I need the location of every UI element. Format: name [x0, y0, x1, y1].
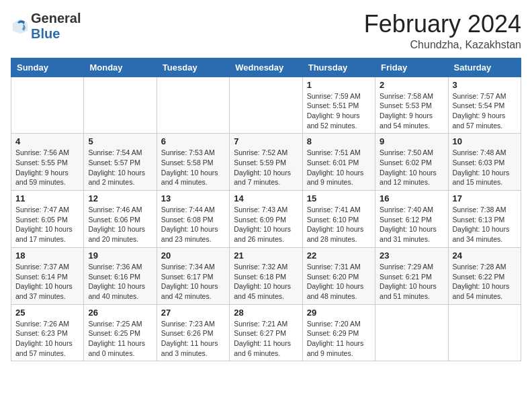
logo: General Blue — [11, 11, 81, 42]
calendar-cell: 11Sunrise: 7:47 AM Sunset: 6:05 PM Dayli… — [11, 191, 84, 248]
calendar-cell: 3Sunrise: 7:57 AM Sunset: 5:54 PM Daylig… — [448, 77, 521, 134]
day-info: Sunrise: 7:46 AM Sunset: 6:06 PM Dayligh… — [88, 205, 152, 244]
day-info: Sunrise: 7:44 AM Sunset: 6:08 PM Dayligh… — [161, 205, 225, 244]
day-info: Sunrise: 7:53 AM Sunset: 5:58 PM Dayligh… — [161, 148, 225, 187]
day-number: 22 — [307, 250, 371, 261]
calendar-cell: 13Sunrise: 7:44 AM Sunset: 6:08 PM Dayli… — [157, 191, 229, 248]
day-number: 14 — [234, 193, 298, 203]
calendar-cell: 9Sunrise: 7:50 AM Sunset: 6:02 PM Daylig… — [375, 134, 448, 191]
day-info: Sunrise: 7:51 AM Sunset: 6:01 PM Dayligh… — [307, 148, 371, 187]
day-number: 26 — [88, 308, 152, 318]
title-block: February 2024 Chundzha, Kazakhstan — [364, 11, 521, 51]
day-number: 27 — [161, 308, 225, 318]
col-header-friday: Friday — [375, 58, 448, 77]
day-number: 2 — [380, 80, 443, 90]
calendar-cell: 29Sunrise: 7:20 AM Sunset: 6:29 PM Dayli… — [302, 304, 375, 361]
day-info: Sunrise: 7:57 AM Sunset: 5:54 PM Dayligh… — [453, 91, 517, 131]
day-number: 18 — [15, 250, 79, 261]
day-number: 10 — [453, 136, 517, 146]
calendar-cell: 18Sunrise: 7:37 AM Sunset: 6:14 PM Dayli… — [11, 247, 84, 304]
col-header-thursday: Thursday — [302, 58, 375, 77]
day-info: Sunrise: 7:38 AM Sunset: 6:13 PM Dayligh… — [453, 205, 517, 244]
calendar-week-2: 4Sunrise: 7:56 AM Sunset: 5:55 PM Daylig… — [11, 134, 521, 191]
logo-icon — [11, 17, 30, 36]
day-info: Sunrise: 7:40 AM Sunset: 6:12 PM Dayligh… — [380, 205, 443, 244]
day-number: 16 — [380, 193, 443, 203]
calendar-week-4: 18Sunrise: 7:37 AM Sunset: 6:14 PM Dayli… — [11, 247, 521, 304]
day-info: Sunrise: 7:58 AM Sunset: 5:53 PM Dayligh… — [380, 91, 443, 131]
month-year-title: February 2024 — [364, 11, 521, 38]
calendar-cell: 27Sunrise: 7:23 AM Sunset: 6:26 PM Dayli… — [157, 304, 229, 361]
day-number: 9 — [380, 136, 443, 146]
calendar-cell — [375, 304, 448, 361]
day-info: Sunrise: 7:23 AM Sunset: 6:26 PM Dayligh… — [161, 319, 225, 359]
calendar-week-5: 25Sunrise: 7:26 AM Sunset: 6:23 PM Dayli… — [11, 304, 521, 361]
calendar-cell — [11, 77, 84, 134]
col-header-sunday: Sunday — [11, 58, 84, 77]
calendar-cell: 8Sunrise: 7:51 AM Sunset: 6:01 PM Daylig… — [302, 134, 375, 191]
day-number: 19 — [88, 250, 152, 261]
day-info: Sunrise: 7:36 AM Sunset: 6:16 PM Dayligh… — [88, 262, 152, 302]
day-info: Sunrise: 7:31 AM Sunset: 6:20 PM Dayligh… — [307, 262, 371, 302]
calendar-cell: 28Sunrise: 7:21 AM Sunset: 6:27 PM Dayli… — [230, 304, 302, 361]
day-number: 13 — [161, 193, 225, 203]
calendar-cell: 20Sunrise: 7:34 AM Sunset: 6:17 PM Dayli… — [157, 247, 229, 304]
day-info: Sunrise: 7:20 AM Sunset: 6:29 PM Dayligh… — [307, 319, 371, 359]
calendar-cell: 1Sunrise: 7:59 AM Sunset: 5:51 PM Daylig… — [302, 77, 375, 134]
day-info: Sunrise: 7:56 AM Sunset: 5:55 PM Dayligh… — [15, 148, 79, 187]
day-info: Sunrise: 7:41 AM Sunset: 6:10 PM Dayligh… — [307, 205, 371, 244]
day-number: 15 — [307, 193, 371, 203]
col-header-tuesday: Tuesday — [157, 58, 229, 77]
day-info: Sunrise: 7:52 AM Sunset: 5:59 PM Dayligh… — [234, 148, 298, 187]
day-number: 5 — [88, 136, 152, 146]
day-info: Sunrise: 7:43 AM Sunset: 6:09 PM Dayligh… — [234, 205, 298, 244]
day-info: Sunrise: 7:34 AM Sunset: 6:17 PM Dayligh… — [161, 262, 225, 302]
calendar-cell: 10Sunrise: 7:48 AM Sunset: 6:03 PM Dayli… — [448, 134, 521, 191]
calendar-cell — [230, 77, 302, 134]
day-number: 1 — [307, 80, 371, 90]
calendar-cell: 14Sunrise: 7:43 AM Sunset: 6:09 PM Dayli… — [230, 191, 302, 248]
page-header: General Blue February 2024 Chundzha, Kaz… — [11, 11, 521, 51]
day-info: Sunrise: 7:32 AM Sunset: 6:18 PM Dayligh… — [234, 262, 298, 302]
calendar-cell: 12Sunrise: 7:46 AM Sunset: 6:06 PM Dayli… — [84, 191, 157, 248]
day-number: 20 — [161, 250, 225, 261]
day-number: 8 — [307, 136, 371, 146]
calendar-cell — [157, 77, 229, 134]
day-info: Sunrise: 7:25 AM Sunset: 6:25 PM Dayligh… — [88, 319, 152, 359]
logo-text-general: General — [31, 11, 81, 26]
calendar-week-1: 1Sunrise: 7:59 AM Sunset: 5:51 PM Daylig… — [11, 77, 521, 134]
day-number: 24 — [453, 250, 517, 261]
day-number: 21 — [234, 250, 298, 261]
calendar-cell: 21Sunrise: 7:32 AM Sunset: 6:18 PM Dayli… — [230, 247, 302, 304]
day-info: Sunrise: 7:29 AM Sunset: 6:21 PM Dayligh… — [380, 262, 443, 302]
day-number: 25 — [15, 308, 79, 318]
day-number: 4 — [15, 136, 79, 146]
day-info: Sunrise: 7:48 AM Sunset: 6:03 PM Dayligh… — [453, 148, 517, 187]
day-info: Sunrise: 7:50 AM Sunset: 6:02 PM Dayligh… — [380, 148, 443, 187]
calendar-cell — [448, 304, 521, 361]
calendar-cell: 23Sunrise: 7:29 AM Sunset: 6:21 PM Dayli… — [375, 247, 448, 304]
calendar-cell: 25Sunrise: 7:26 AM Sunset: 6:23 PM Dayli… — [11, 304, 84, 361]
day-number: 7 — [234, 136, 298, 146]
day-info: Sunrise: 7:21 AM Sunset: 6:27 PM Dayligh… — [234, 319, 298, 359]
day-number: 29 — [307, 308, 371, 318]
calendar-cell: 26Sunrise: 7:25 AM Sunset: 6:25 PM Dayli… — [84, 304, 157, 361]
calendar-header-row: SundayMondayTuesdayWednesdayThursdayFrid… — [11, 58, 521, 77]
day-info: Sunrise: 7:54 AM Sunset: 5:57 PM Dayligh… — [88, 148, 152, 187]
day-info: Sunrise: 7:37 AM Sunset: 6:14 PM Dayligh… — [15, 262, 79, 302]
location-subtitle: Chundzha, Kazakhstan — [364, 39, 521, 51]
day-number: 17 — [453, 193, 517, 203]
day-number: 11 — [15, 193, 79, 203]
day-number: 3 — [453, 80, 517, 90]
col-header-wednesday: Wednesday — [230, 58, 302, 77]
day-number: 23 — [380, 250, 443, 261]
calendar-cell: 7Sunrise: 7:52 AM Sunset: 5:59 PM Daylig… — [230, 134, 302, 191]
day-info: Sunrise: 7:47 AM Sunset: 6:05 PM Dayligh… — [15, 205, 79, 244]
calendar-table: SundayMondayTuesdayWednesdayThursdayFrid… — [11, 58, 521, 362]
col-header-saturday: Saturday — [448, 58, 521, 77]
calendar-cell: 22Sunrise: 7:31 AM Sunset: 6:20 PM Dayli… — [302, 247, 375, 304]
day-info: Sunrise: 7:59 AM Sunset: 5:51 PM Dayligh… — [307, 91, 371, 131]
day-number: 12 — [88, 193, 152, 203]
calendar-cell: 24Sunrise: 7:28 AM Sunset: 6:22 PM Dayli… — [448, 247, 521, 304]
calendar-cell: 4Sunrise: 7:56 AM Sunset: 5:55 PM Daylig… — [11, 134, 84, 191]
